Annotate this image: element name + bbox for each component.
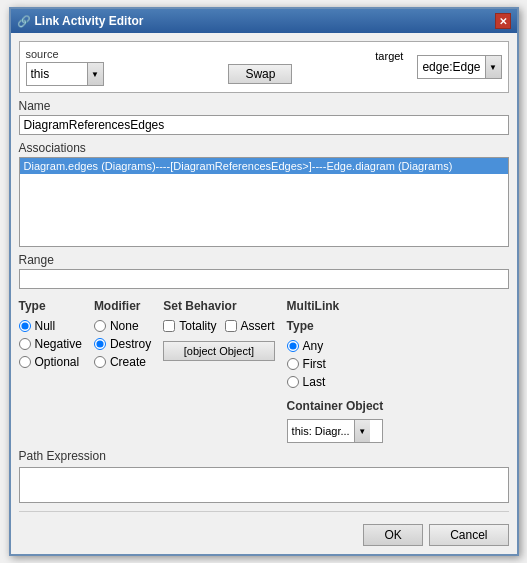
modifier-create-label: Create — [110, 355, 146, 369]
set-behavior-checkboxes: Totality Assert — [163, 319, 274, 333]
type-negative-row: Negative — [19, 337, 82, 351]
multilink-label: MultiLink — [287, 299, 384, 313]
multilink-first-radio[interactable] — [287, 358, 299, 370]
source-dropdown-button[interactable]: ▼ — [87, 63, 103, 85]
source-label: source — [26, 48, 104, 60]
totality-checkbox[interactable] — [163, 320, 175, 332]
window-icon: 🔗 — [17, 15, 31, 28]
window-title: Link Activity Editor — [35, 14, 144, 28]
container-label: Container Object — [287, 399, 384, 413]
cancel-button[interactable]: Cancel — [429, 524, 508, 546]
window-body: source ▼ target Swap edge:Edge ▼ — [11, 33, 517, 554]
modifier-none-row: None — [94, 319, 151, 333]
multilink-type-group: MultiLink Type Any First Last — [287, 299, 384, 389]
title-bar: 🔗 Link Activity Editor ✕ — [11, 9, 517, 33]
source-input[interactable] — [27, 65, 87, 83]
modifier-group-label: Modifier — [94, 299, 151, 313]
target-group: edge:Edge ▼ — [417, 55, 501, 79]
modifier-create-radio[interactable] — [94, 356, 106, 368]
target-dropdown: edge:Edge ▼ — [417, 55, 501, 79]
container-dropdown-button[interactable]: ▼ — [354, 420, 370, 442]
path-expression-label: Path Expression — [19, 449, 509, 463]
type-null-row: Null — [19, 319, 82, 333]
swap-labels: target — [108, 50, 414, 62]
range-input[interactable] — [19, 269, 509, 289]
ok-button[interactable]: OK — [363, 524, 423, 546]
multilink-any-radio[interactable] — [287, 340, 299, 352]
modifier-group: Modifier None Destroy Create — [94, 299, 151, 443]
assert-row: Assert — [225, 319, 275, 333]
target-value: edge:Edge — [418, 58, 484, 76]
type-group: Type Null Negative Optional — [19, 299, 82, 443]
set-behavior-group: Set Behavior Totality Assert [object Obj… — [163, 299, 274, 443]
type-negative-radio[interactable] — [19, 338, 31, 350]
path-expression-input[interactable] — [19, 467, 509, 503]
multilink-type-label: Type — [287, 319, 384, 333]
multilink-last-label: Last — [303, 375, 326, 389]
multilink-any-label: Any — [303, 339, 324, 353]
name-label: Name — [19, 99, 509, 113]
path-expression-section: Path Expression — [19, 449, 509, 503]
title-bar-left: 🔗 Link Activity Editor — [17, 14, 144, 28]
associations-list[interactable]: Diagram.edges (Diagrams)----[DiagramRefe… — [19, 157, 509, 247]
type-null-label: Null — [35, 319, 56, 333]
range-section: Range — [19, 253, 509, 289]
footer-divider — [19, 511, 509, 512]
swap-area: target Swap — [108, 50, 414, 84]
multilink-any-row: Any — [287, 339, 384, 353]
modifier-create-row: Create — [94, 355, 151, 369]
set-behavior-label: Set Behavior — [163, 299, 274, 313]
source-group: source ▼ — [26, 48, 104, 86]
modifier-destroy-radio[interactable] — [94, 338, 106, 350]
modifier-none-label: None — [110, 319, 139, 333]
source-target-row: source ▼ target Swap edge:Edge ▼ — [19, 41, 509, 93]
assert-label: Assert — [241, 319, 275, 333]
type-optional-row: Optional — [19, 355, 82, 369]
multilink-group: MultiLink Type Any First Last — [287, 299, 384, 443]
modifier-destroy-label: Destroy — [110, 337, 151, 351]
container-value: this: Diagr... — [288, 424, 354, 438]
association-item[interactable]: Diagram.edges (Diagrams)----[DiagramRefe… — [20, 158, 508, 174]
target-label: target — [375, 50, 403, 62]
type-optional-label: Optional — [35, 355, 80, 369]
multilink-first-label: First — [303, 357, 326, 371]
name-input[interactable] — [19, 115, 509, 135]
associations-section: Associations Diagram.edges (Diagrams)---… — [19, 141, 509, 247]
footer: OK Cancel — [19, 524, 509, 546]
type-null-radio[interactable] — [19, 320, 31, 332]
totality-label: Totality — [179, 319, 216, 333]
multilink-first-row: First — [287, 357, 384, 371]
add-reflective-button[interactable]: [object Object] — [163, 341, 274, 361]
close-button[interactable]: ✕ — [495, 13, 511, 29]
type-negative-label: Negative — [35, 337, 82, 351]
container-dropdown[interactable]: this: Diagr... ▼ — [287, 419, 384, 443]
assert-checkbox[interactable] — [225, 320, 237, 332]
type-optional-radio[interactable] — [19, 356, 31, 368]
totality-row: Totality — [163, 319, 216, 333]
container-group: Container Object this: Diagr... ▼ — [287, 399, 384, 443]
target-dropdown-button[interactable]: ▼ — [485, 56, 501, 78]
modifier-destroy-row: Destroy — [94, 337, 151, 351]
associations-label: Associations — [19, 141, 509, 155]
name-section: Name — [19, 99, 509, 135]
modifier-none-radio[interactable] — [94, 320, 106, 332]
link-activity-editor-window: 🔗 Link Activity Editor ✕ source ▼ target… — [9, 7, 519, 556]
options-row: Type Null Negative Optional Modifier — [19, 299, 509, 443]
range-label: Range — [19, 253, 509, 267]
multilink-last-radio[interactable] — [287, 376, 299, 388]
source-dropdown: ▼ — [26, 62, 104, 86]
multilink-last-row: Last — [287, 375, 384, 389]
type-group-label: Type — [19, 299, 82, 313]
swap-button[interactable]: Swap — [228, 64, 292, 84]
